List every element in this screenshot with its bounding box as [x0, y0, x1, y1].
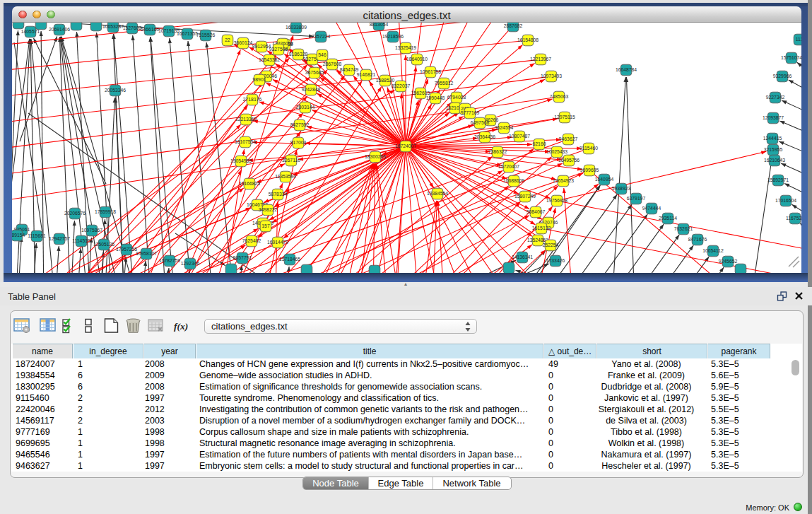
svg-text:9115460: 9115460 [579, 146, 598, 151]
svg-text:8454749: 8454749 [340, 67, 359, 72]
svg-text:10975867: 10975867 [81, 228, 102, 233]
svg-text:12213369: 12213369 [235, 117, 257, 122]
svg-text:917004: 917004 [290, 140, 307, 145]
svg-text:7625402: 7625402 [242, 238, 261, 243]
svg-text:1990448: 1990448 [426, 95, 445, 100]
svg-text:12505135: 12505135 [93, 242, 114, 247]
svg-text:7632621: 7632621 [674, 226, 693, 231]
svg-text:98901: 98901 [253, 77, 266, 82]
svg-text:20206576: 20206576 [64, 211, 86, 216]
svg-text:7515526: 7515526 [196, 33, 216, 37]
svg-text:1527602: 1527602 [123, 25, 142, 30]
svg-text:16033809: 16033809 [286, 25, 307, 30]
svg-text:13325419: 13325419 [395, 45, 416, 50]
svg-text:16648784: 16648784 [616, 67, 637, 72]
svg-text:7485063: 7485063 [550, 94, 569, 99]
svg-text:157: 157 [261, 223, 270, 228]
svg-text:10653287: 10653287 [102, 24, 124, 29]
svg-text:6466160: 6466160 [141, 27, 160, 32]
svg-text:16671355: 16671355 [177, 31, 198, 36]
svg-text:2935114: 2935114 [659, 216, 677, 221]
svg-text:16782759: 16782759 [159, 258, 180, 263]
svg-text:7357224: 7357224 [312, 34, 331, 39]
svg-text:9245652: 9245652 [719, 259, 738, 264]
svg-text:16210643: 16210643 [764, 158, 785, 163]
svg-text:11353594: 11353594 [275, 174, 296, 179]
svg-text:10688609: 10688609 [503, 178, 524, 183]
svg-text:3215955: 3215955 [764, 147, 783, 152]
svg-text:9657791: 9657791 [233, 255, 252, 260]
svg-text:15807249: 15807249 [514, 194, 536, 199]
svg-text:546: 546 [318, 52, 326, 57]
svg-text:9699695: 9699695 [580, 168, 599, 173]
svg-text:12093877: 12093877 [763, 115, 784, 120]
svg-text:18640910: 18640910 [406, 57, 428, 62]
svg-text:10807487: 10807487 [509, 134, 530, 139]
svg-text:1244415: 1244415 [763, 136, 782, 141]
svg-text:2867608: 2867608 [323, 62, 342, 66]
svg-text:2803144: 2803144 [296, 105, 315, 110]
svg-text:1292346: 1292346 [181, 261, 200, 266]
svg-text:1405571: 1405571 [21, 29, 40, 34]
svg-text:9146821: 9146821 [357, 72, 376, 77]
svg-text:2887682: 2887682 [504, 23, 523, 28]
svg-text:19756928: 19756928 [546, 198, 567, 203]
svg-text:5938923: 5938923 [612, 186, 631, 191]
svg-text:3498222: 3498222 [259, 207, 278, 212]
svg-text:20053346: 20053346 [105, 88, 126, 93]
svg-text:15720407: 15720407 [498, 164, 519, 169]
svg-text:15718465: 15718465 [279, 257, 300, 262]
svg-text:9227342: 9227342 [766, 95, 785, 100]
svg-text:15751074: 15751074 [781, 55, 801, 60]
svg-text:22: 22 [225, 37, 230, 42]
svg-text:9474444: 9474444 [642, 206, 661, 211]
svg-text:1615132: 1615132 [532, 226, 551, 230]
svg-text:6794028: 6794028 [447, 95, 466, 100]
svg-text:62160: 62160 [533, 141, 546, 146]
svg-text:8471676: 8471676 [688, 237, 707, 242]
svg-text:20364436: 20364436 [474, 134, 495, 139]
svg-text:18724007: 18724007 [395, 144, 416, 148]
svg-text:12975115: 12975115 [554, 115, 575, 119]
svg-text:8427552: 8427552 [290, 122, 310, 127]
svg-text:1733426: 1733426 [546, 258, 565, 263]
svg-text:16107554: 16107554 [235, 139, 256, 144]
svg-text:9777169: 9777169 [461, 110, 480, 115]
svg-text:16543382: 16543382 [259, 57, 280, 62]
svg-text:3267110: 3267110 [282, 158, 300, 163]
svg-text:1114519: 1114519 [72, 238, 90, 243]
svg-text:8322037: 8322037 [392, 83, 411, 88]
svg-text:9329966: 9329966 [773, 74, 792, 78]
svg-text:5878334: 5878334 [269, 192, 288, 197]
svg-text:15892971: 15892971 [767, 177, 789, 182]
svg-text:8813054: 8813054 [370, 23, 389, 27]
svg-text:1640954: 1640954 [595, 177, 614, 182]
svg-text:10654112: 10654112 [702, 248, 724, 253]
svg-text:1562615: 1562615 [411, 90, 430, 95]
svg-text:f(x): f(x) [174, 321, 188, 332]
svg-text:20691406: 20691406 [49, 27, 70, 32]
svg-text:17957255: 17957255 [116, 247, 137, 252]
svg-text:9242848: 9242848 [302, 87, 321, 92]
svg-text:10961758: 10961758 [420, 69, 441, 74]
svg-text:10973493: 10973493 [541, 74, 562, 78]
svg-text:19218596: 19218596 [382, 34, 404, 39]
svg-text:7955812: 7955812 [435, 81, 454, 86]
svg-text:17016504: 17016504 [775, 198, 796, 203]
svg-text:19654923: 19654923 [553, 178, 574, 183]
svg-text:8912954: 8912954 [252, 44, 271, 49]
svg-text:19384554: 19384554 [427, 191, 448, 196]
svg-text:10958107: 10958107 [136, 251, 157, 256]
svg-text:2718176: 2718176 [243, 97, 262, 102]
svg-text:252254: 252254 [543, 243, 559, 247]
svg-text:12213967: 12213967 [530, 57, 551, 62]
svg-text:9463627: 9463627 [559, 136, 578, 141]
svg-text:9327505: 9327505 [269, 47, 288, 52]
svg-text:1167533: 1167533 [786, 216, 801, 221]
svg-text:10025433: 10025433 [546, 149, 567, 154]
svg-text:789154: 789154 [12, 233, 25, 238]
svg-text:17859918: 17859918 [95, 209, 116, 214]
svg-text:6379197: 6379197 [627, 196, 646, 201]
svg-text:19054955: 19054955 [230, 158, 252, 163]
svg-text:3624554: 3624554 [495, 125, 514, 130]
